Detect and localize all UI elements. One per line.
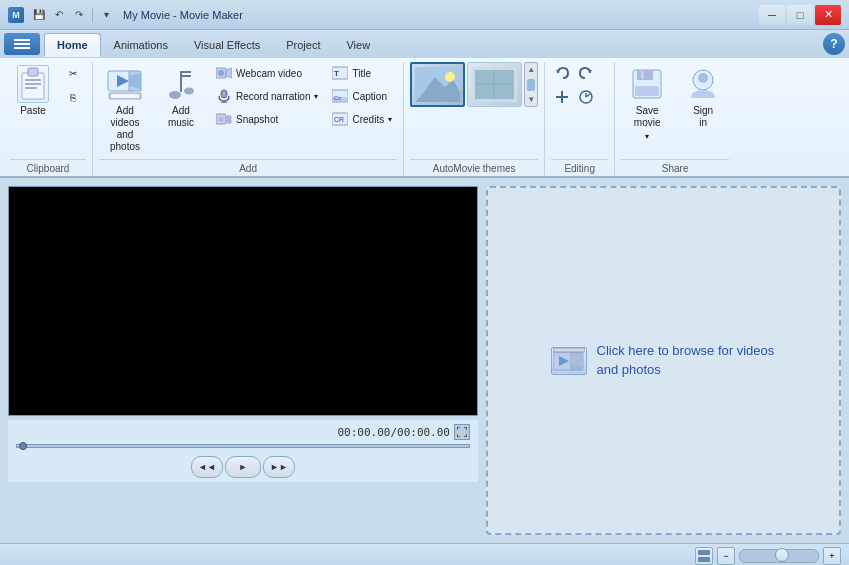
add-label: Add <box>99 159 397 176</box>
title-icon: T <box>332 65 348 81</box>
svg-rect-7 <box>25 87 37 89</box>
app-menu-button[interactable] <box>4 33 40 55</box>
status-bar: − + <box>0 543 849 565</box>
edit-rotate-left-button[interactable] <box>551 62 573 84</box>
add-content: Add videosand photos Addm <box>99 62 397 157</box>
tab-project[interactable]: Project <box>273 32 333 56</box>
next-frame-button[interactable]: ►► <box>263 456 295 478</box>
svg-rect-2 <box>14 47 30 49</box>
theme-item-1[interactable] <box>410 62 465 107</box>
add-music-icon <box>167 67 195 101</box>
save-movie-button[interactable]: Savemovie ▾ <box>621 62 673 145</box>
zoom-in-button[interactable]: + <box>823 547 841 565</box>
credits-icon: CR <box>332 111 348 127</box>
webcam-icon <box>216 65 232 81</box>
copy-button[interactable]: ⎘ <box>60 86 86 108</box>
redo-button[interactable]: ↷ <box>70 6 88 24</box>
prev-frame-button[interactable]: ◄◄ <box>191 456 223 478</box>
progress-handle[interactable] <box>19 442 27 450</box>
paste-button[interactable]: Paste <box>10 62 56 119</box>
tab-view[interactable]: View <box>333 32 383 56</box>
zoom-slider[interactable] <box>739 549 819 563</box>
snapshot-button[interactable]: Snapshot <box>211 108 323 130</box>
record-narration-button[interactable]: Record narration ▾ <box>211 85 323 107</box>
rotate-left-icon <box>554 65 570 81</box>
tab-visual-effects[interactable]: Visual Effects <box>181 32 273 56</box>
svg-rect-52 <box>637 70 653 80</box>
ribbon-content: Paste ✂ ⎘ Clipboard <box>0 58 849 176</box>
svg-point-15 <box>184 88 194 95</box>
rotate-right-icon <box>578 65 594 81</box>
theme-scrollbar[interactable]: ▲ ▼ <box>524 62 538 107</box>
clipboard-label: Clipboard <box>10 159 86 176</box>
zoom-in-icon: + <box>829 551 834 561</box>
svg-rect-23 <box>221 90 227 98</box>
share-label: Share <box>621 159 729 176</box>
qat-dropdown[interactable]: ▾ <box>97 6 115 24</box>
add-group: Add videosand photos Addm <box>93 62 404 176</box>
zoom-out-button[interactable]: − <box>717 547 735 565</box>
browse-panel[interactable]: Click here to browse for videos and phot… <box>486 186 841 535</box>
credits-dropdown: ▾ <box>388 115 392 124</box>
prev-frame-icon: ◄◄ <box>198 462 216 472</box>
time-display: 00:00.00/00:00.00 <box>337 426 450 439</box>
editing-content <box>551 62 608 157</box>
sign-in-icon <box>685 66 721 102</box>
add-videos-button[interactable]: Add videosand photos <box>99 62 151 157</box>
edit-rotate-right-button[interactable] <box>575 62 597 84</box>
svg-text:Cc: Cc <box>334 95 341 101</box>
webcam-video-button[interactable]: Webcam video <box>211 62 323 84</box>
svg-point-27 <box>219 117 224 122</box>
progress-bar[interactable] <box>16 444 470 448</box>
caption-label: Caption <box>352 91 386 102</box>
minimize-button[interactable]: ─ <box>759 5 785 25</box>
clipboard-content: Paste ✂ ⎘ <box>10 62 86 157</box>
svg-rect-54 <box>641 71 644 79</box>
svg-text:T: T <box>334 69 339 78</box>
timeline-view-button[interactable] <box>695 547 713 565</box>
undo-button[interactable]: ↶ <box>50 6 68 24</box>
add-music-button[interactable]: Addmusic <box>155 62 207 133</box>
automovie-content: ▲ ▼ <box>410 62 538 157</box>
snapshot-label: Snapshot <box>236 114 278 125</box>
help-button[interactable]: ? <box>823 33 845 55</box>
zoom-thumb[interactable] <box>775 548 789 562</box>
save-movie-dropdown: ▾ <box>645 132 649 141</box>
speed-icon <box>578 89 594 105</box>
save-button[interactable]: 💾 <box>30 6 48 24</box>
main-content: 00:00.00/00:00.00 ◄◄ ► <box>0 178 849 543</box>
play-button[interactable]: ► <box>225 456 261 478</box>
edit-speed-button[interactable] <box>575 86 597 108</box>
theme-item-2[interactable] <box>467 62 522 107</box>
clipboard-group: Paste ✂ ⎘ Clipboard <box>4 62 93 176</box>
paste-icon <box>17 65 49 103</box>
tab-animations[interactable]: Animations <box>101 32 181 56</box>
qat-separator <box>92 8 93 22</box>
edit-trim-button[interactable] <box>551 86 573 108</box>
svg-point-39 <box>445 72 455 82</box>
svg-marker-44 <box>556 70 560 73</box>
maximize-button[interactable]: □ <box>787 5 813 25</box>
save-movie-icon <box>631 68 663 100</box>
svg-rect-63 <box>698 557 710 562</box>
browse-content: Click here to browse for videos and phot… <box>551 342 777 378</box>
zoom-out-icon: − <box>723 551 728 561</box>
close-button[interactable]: ✕ <box>815 5 841 25</box>
cut-button[interactable]: ✂ <box>60 62 86 84</box>
paste-label: Paste <box>20 105 46 116</box>
svg-rect-28 <box>227 116 231 119</box>
sign-in-icon-area <box>685 66 721 102</box>
tab-home[interactable]: Home <box>44 33 101 57</box>
title-button[interactable]: T Title <box>327 62 397 84</box>
svg-rect-5 <box>25 79 41 81</box>
editing-label: Editing <box>551 159 608 176</box>
caption-button[interactable]: Cc Caption <box>327 85 397 107</box>
fullscreen-button[interactable] <box>454 424 470 440</box>
record-narration-label: Record narration <box>236 91 310 102</box>
sign-in-button[interactable]: Signin <box>677 62 729 145</box>
credits-button[interactable]: CR Credits ▾ <box>327 108 397 130</box>
add-small-col: Webcam video Record narration <box>211 62 323 130</box>
webcam-video-label: Webcam video <box>236 68 302 79</box>
record-narration-dropdown: ▾ <box>314 92 318 101</box>
svg-rect-13 <box>111 94 139 98</box>
